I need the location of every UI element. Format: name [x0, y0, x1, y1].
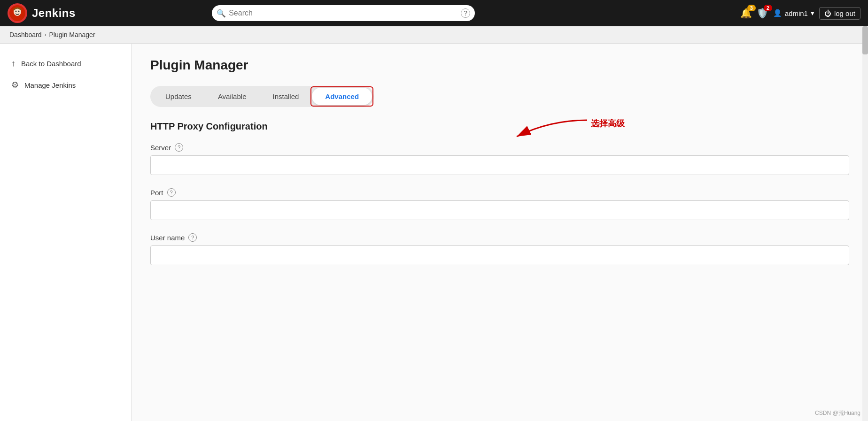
server-label-text: Server — [150, 144, 171, 152]
tab-advanced[interactable]: Advanced — [312, 88, 372, 105]
port-label: Port ? — [150, 188, 849, 197]
username-field: User name ? — [150, 233, 849, 265]
tab-installed[interactable]: Installed — [259, 88, 312, 105]
header-actions: 🔔 3 🛡️ 2 👤 admin1 ▾ ⏻ log out — [740, 7, 860, 20]
notifications-bell[interactable]: 🔔 3 — [740, 8, 752, 19]
breadcrumb-current: Plugin Manager — [49, 31, 95, 38]
logo-icon — [8, 3, 27, 23]
main-content: Plugin Manager Updates Available Install… — [132, 44, 868, 421]
username-label: admin1 — [785, 9, 808, 17]
user-icon: 👤 — [773, 9, 782, 17]
user-menu[interactable]: 👤 admin1 ▾ — [773, 9, 814, 17]
username-input[interactable] — [150, 245, 849, 265]
server-help-icon[interactable]: ? — [175, 143, 183, 152]
watermark: CSDN @荒Huang — [815, 409, 860, 417]
logout-button[interactable]: ⏻ log out — [819, 7, 860, 20]
gear-icon: ⚙ — [11, 80, 19, 90]
main-layout: ↑ Back to Dashboard ⚙ Manage Jenkins Plu… — [0, 44, 868, 421]
tab-updates[interactable]: Updates — [152, 88, 205, 105]
username-help-icon[interactable]: ? — [188, 233, 197, 242]
security-shield[interactable]: 🛡️ 2 — [757, 8, 768, 19]
http-proxy-title: HTTP Proxy Configuration — [150, 121, 849, 132]
scrollbar-thumb[interactable] — [862, 26, 868, 54]
breadcrumb-separator: › — [45, 31, 46, 38]
jenkins-title: Jenkins — [32, 7, 76, 20]
tab-advanced-container: Advanced — [312, 88, 372, 105]
port-label-text: Port — [150, 189, 163, 197]
search-help-icon[interactable]: ? — [461, 8, 470, 18]
tab-available[interactable]: Available — [205, 88, 260, 105]
back-arrow-icon: ↑ — [11, 59, 16, 69]
svg-point-3 — [18, 11, 20, 12]
server-input[interactable] — [150, 155, 849, 175]
port-input[interactable] — [150, 200, 849, 220]
logout-icon: ⏻ — [824, 9, 831, 17]
server-field: Server ? — [150, 143, 849, 175]
user-dropdown-chevron: ▾ — [811, 9, 814, 17]
plugin-manager-tabs: Updates Available Installed Advanced — [150, 86, 374, 107]
search-icon: 🔍 — [217, 9, 226, 18]
username-label-text: User name — [150, 234, 185, 242]
http-proxy-section: HTTP Proxy Configuration Server ? Port ?… — [150, 121, 849, 265]
page-title: Plugin Manager — [150, 58, 849, 73]
jenkins-logo[interactable]: Jenkins — [8, 3, 76, 23]
svg-point-2 — [16, 11, 17, 12]
security-badge: 2 — [764, 5, 772, 11]
search-bar: 🔍 ? — [212, 5, 475, 21]
port-field: Port ? — [150, 188, 849, 220]
notifications-badge: 3 — [747, 5, 756, 11]
logout-label: log out — [834, 9, 855, 17]
server-label: Server ? — [150, 143, 849, 152]
username-label: User name ? — [150, 233, 849, 242]
sidebar-item-manage-jenkins[interactable]: ⚙ Manage Jenkins — [0, 74, 131, 96]
breadcrumb: Dashboard › Plugin Manager — [0, 26, 868, 44]
sidebar-item-back-to-dashboard[interactable]: ↑ Back to Dashboard — [0, 53, 131, 74]
sidebar: ↑ Back to Dashboard ⚙ Manage Jenkins — [0, 44, 132, 421]
sidebar-label-manage: Manage Jenkins — [24, 81, 76, 89]
top-header: Jenkins 🔍 ? 🔔 3 🛡️ 2 👤 admin1 ▾ ⏻ log ou… — [0, 0, 868, 26]
port-help-icon[interactable]: ? — [167, 188, 176, 197]
scrollbar[interactable] — [862, 26, 868, 421]
sidebar-label-back: Back to Dashboard — [21, 60, 81, 68]
search-input[interactable] — [212, 5, 475, 21]
breadcrumb-dashboard[interactable]: Dashboard — [9, 31, 42, 38]
